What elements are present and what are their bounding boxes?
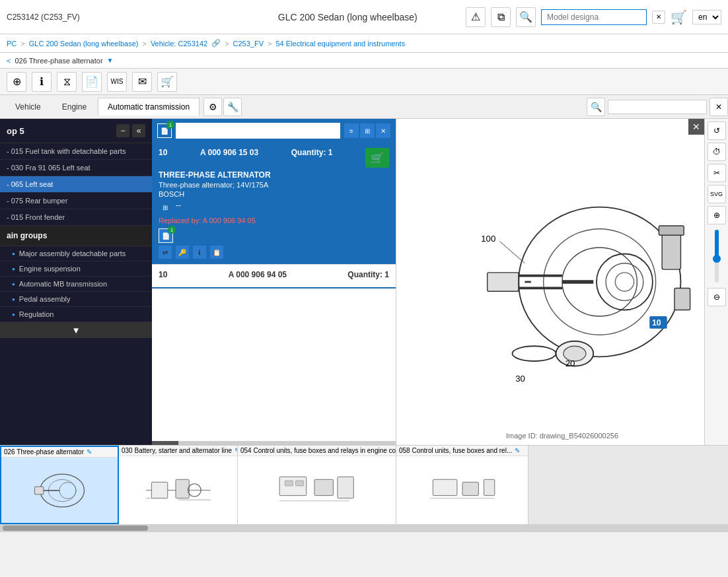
- cart-btn[interactable]: 🛒: [157, 72, 177, 92]
- sidebar: op 5 − « - 015 Fuel tank with detachable…: [0, 119, 152, 445]
- svg-rect-41: [433, 479, 457, 495]
- breadcrumb-current: 026 Three-phase alternator: [15, 57, 102, 65]
- svg-point-26: [59, 482, 76, 498]
- breadcrumb-bar2: < 026 Three-phase alternator ▼: [0, 53, 728, 69]
- clear-search-btn[interactable]: ✕: [652, 11, 665, 24]
- svg-text:100: 100: [481, 234, 495, 244]
- grid-icon-1[interactable]: ⊞: [159, 201, 172, 214]
- image-svg-btn[interactable]: SVG: [708, 185, 726, 203]
- image-zoomout-btn[interactable]: ⊖: [708, 288, 726, 306]
- sidebar-section-title: ain groups: [0, 226, 152, 246]
- parts-scroll-thumb[interactable]: [152, 441, 178, 445]
- thumbnail-1[interactable]: 026 Three-phase alternator ✎: [0, 446, 119, 524]
- key-icon-1[interactable]: 🔑: [176, 246, 189, 259]
- close-image-panel-btn[interactable]: ✕: [688, 119, 704, 135]
- tab-search-clear[interactable]: ✕: [710, 98, 728, 116]
- lang-selector[interactable]: en de: [692, 10, 721, 24]
- warning-icon-btn[interactable]: ⚠: [466, 7, 486, 27]
- tab-icon-1[interactable]: ⚙: [203, 98, 222, 116]
- tab-engine[interactable]: Engine: [52, 98, 96, 116]
- sidebar-collapse-btn[interactable]: −: [116, 124, 129, 137]
- sidebar-item-left-seat[interactable]: - 065 Left seat: [0, 176, 152, 193]
- zoom-slider-fill: [715, 230, 719, 259]
- breadcrumb-vehicle[interactable]: Vehicle: C253142: [151, 40, 207, 48]
- breadcrumb-link-icon[interactable]: 🔗: [211, 39, 221, 48]
- zoom-in-btn[interactable]: ⊕: [7, 72, 26, 92]
- part-brand-1: BOSCH: [159, 190, 389, 198]
- tab-icon-2[interactable]: 🔧: [223, 98, 242, 116]
- parts-search-input[interactable]: [176, 123, 340, 139]
- breadcrumb-pc[interactable]: PC: [7, 40, 17, 48]
- svg-text:10: 10: [652, 318, 661, 327]
- info-btn[interactable]: ℹ: [32, 72, 52, 92]
- sidebar-group-major-assembly[interactable]: ● Major assembly detachable parts: [0, 246, 152, 261]
- breadcrumb-electrical[interactable]: 54 Electrical equipment and instruments: [275, 40, 405, 48]
- list-view-btn[interactable]: ≡: [344, 123, 359, 138]
- sidebar-item-fra91[interactable]: - 030 Fra 91 065 Left seat: [0, 160, 152, 176]
- image-panel: ✕: [396, 119, 728, 445]
- thumbnail-3[interactable]: 054 Control units, fuse boxes and relays…: [238, 446, 396, 524]
- part-extra-label-1: --: [176, 201, 181, 214]
- top-cart-btn[interactable]: 🛒: [671, 9, 687, 25]
- sidebar-group-engine-suspension[interactable]: ● Engine suspension: [0, 261, 152, 277]
- sidebar-item-rear-bumper[interactable]: - 075 Rear bumper: [0, 193, 152, 209]
- zoom-slider[interactable]: [715, 230, 719, 283]
- clipboard-icon-1[interactable]: 📋: [210, 246, 223, 259]
- part-item-1[interactable]: 10 A 000 906 15 03 Quantity: 1 🛒 THREE-P…: [152, 143, 396, 265]
- doc-btn[interactable]: 📄: [82, 72, 102, 92]
- breadcrumb-fv[interactable]: C253_FV: [233, 40, 264, 48]
- part-pos-2: 10: [159, 270, 167, 279]
- part-add-cart-1[interactable]: 🛒: [365, 148, 389, 168]
- bullet-icon: ●: [12, 312, 15, 318]
- part-qty-2: Quantity: 1: [347, 270, 389, 279]
- tab-transmission[interactable]: Automatic transmission: [98, 98, 200, 116]
- doc-badge[interactable]: 📄 1: [157, 123, 172, 138]
- email-btn[interactable]: ✉: [132, 72, 152, 92]
- sidebar-group-pedal-assembly[interactable]: ● Pedal assembly: [0, 292, 152, 307]
- part-item-1-action-icons: ⇄ 🔑 ℹ 📋: [159, 246, 389, 259]
- image-reset-btn[interactable]: ↺: [708, 121, 726, 140]
- image-zoomin-btn[interactable]: ⊕: [708, 206, 726, 224]
- thumbnail-bar: 026 Three-phase alternator ✎ 030 Battery…: [0, 445, 728, 524]
- bottom-scrollbar[interactable]: [0, 524, 728, 532]
- sidebar-item-fuel-tank[interactable]: - 015 Fuel tank with detachable parts: [0, 143, 152, 160]
- sidebar-expand-btn[interactable]: «: [132, 124, 145, 137]
- thumbnail-1-img: [1, 458, 118, 523]
- sidebar-scroll-down[interactable]: ▼: [0, 322, 152, 338]
- tab-vehicle[interactable]: Vehicle: [5, 98, 51, 116]
- sidebar-group-regulation[interactable]: ● Regulation: [0, 307, 152, 322]
- wis-btn[interactable]: WIS: [107, 72, 127, 92]
- thumbnail-3-label: 054 Control units, fuse boxes and relays…: [238, 446, 396, 456]
- thumbnail-4[interactable]: 058 Control units, fuse boxes and rel...…: [396, 446, 528, 524]
- replaced-by-1: Replaced by: A 000 906 94 05: [159, 217, 389, 224]
- info-icon-1[interactable]: ℹ: [193, 246, 206, 259]
- svg-rect-28: [35, 487, 44, 494]
- breadcrumb-dropdown[interactable]: ▼: [107, 57, 114, 64]
- model-name: GLC 200 Sedan (long wheelbase): [237, 12, 460, 22]
- tab-search-btn[interactable]: 🔍: [587, 98, 605, 116]
- thumbnail-2[interactable]: 030 Battery, starter and alternator line…: [119, 446, 238, 524]
- parts-view-buttons: ≡ ⊞ ✕: [344, 123, 390, 138]
- tab-search-input[interactable]: [608, 100, 707, 114]
- grid-view-btn[interactable]: ⊞: [360, 123, 375, 138]
- transfer-icon-1[interactable]: ⇄: [159, 246, 172, 259]
- image-crop-btn[interactable]: ✂: [708, 164, 726, 182]
- sidebar-item-front-fender[interactable]: - 015 Front fender: [0, 209, 152, 226]
- svg-point-5: [615, 273, 634, 291]
- part-doc-badge-1[interactable]: 📄 1: [159, 228, 173, 243]
- svg-rect-43: [484, 479, 494, 495]
- part-item-2[interactable]: 10 A 000 906 94 05 Quantity: 1: [152, 265, 396, 288]
- copy-icon-btn[interactable]: ⧉: [491, 7, 511, 27]
- model-search-input[interactable]: [541, 9, 647, 25]
- svg-rect-37: [295, 481, 303, 486]
- sidebar-group-auto-mb[interactable]: ● Automatic MB transmission: [0, 277, 152, 292]
- filter-btn[interactable]: ⧖: [57, 72, 77, 92]
- breadcrumb-model[interactable]: GLC 200 Sedan (long wheelbase): [29, 40, 139, 48]
- image-history-btn[interactable]: ⏱: [708, 143, 726, 161]
- svg-rect-14: [659, 226, 684, 235]
- close-panel-btn[interactable]: ✕: [376, 123, 390, 138]
- breadcrumb-back[interactable]: <: [7, 57, 11, 65]
- part-number-2: A 000 906 94 05: [229, 270, 287, 279]
- search-icon-btn[interactable]: 🔍: [516, 7, 536, 27]
- scrollbar-thumb[interactable]: [3, 526, 148, 531]
